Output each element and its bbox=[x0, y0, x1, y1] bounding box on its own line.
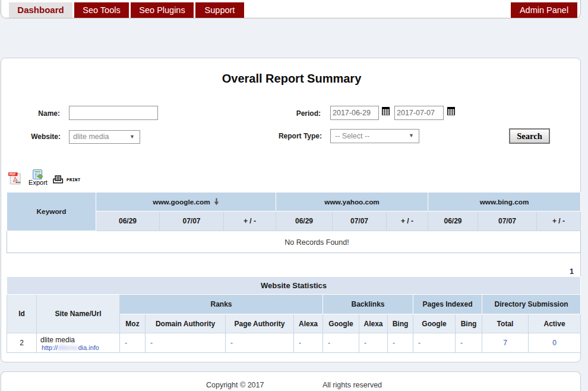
svg-text:Adobe: Adobe bbox=[15, 181, 21, 184]
svg-text:PDF: PDF bbox=[10, 172, 16, 176]
